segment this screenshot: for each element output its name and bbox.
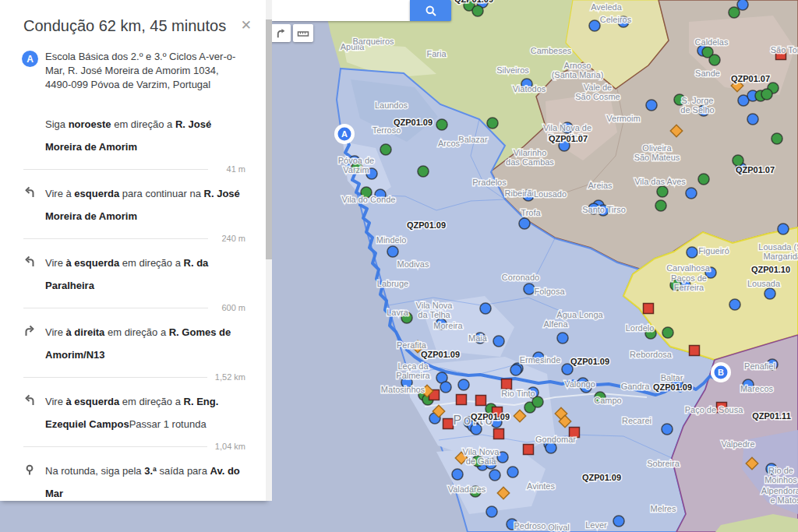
- marker-blue-circle[interactable]: [489, 470, 500, 481]
- direction-step[interactable]: Siga noroeste em direção a R. José Morei…: [0, 107, 266, 177]
- marker-green-circle[interactable]: [436, 119, 447, 130]
- origin-waypoint[interactable]: A Escola Básica dos 2.º e 3.º Ciclos A-v…: [0, 41, 266, 100]
- step-distance-row: 1,04 km: [23, 437, 245, 454]
- marker-blue-circle[interactable]: [440, 382, 451, 393]
- map-place-label: Vila do Conde: [342, 195, 396, 204]
- marker-blue-circle[interactable]: [662, 424, 673, 435]
- marker-blue-circle[interactable]: [557, 333, 568, 344]
- marker-red-square[interactable]: [443, 419, 454, 429]
- marker-blue-circle[interactable]: [778, 224, 789, 234]
- close-icon[interactable]: ✕: [241, 19, 252, 32]
- marker-blue-circle[interactable]: [524, 284, 535, 294]
- marker-green-circle[interactable]: [761, 89, 772, 100]
- direction-step[interactable]: Vire à direita em direção a R. Gomes de …: [0, 315, 266, 385]
- step-instruction: Vire à esquerda em direção a R. Eng. Eze…: [45, 390, 245, 435]
- marker-blue-circle[interactable]: [686, 188, 697, 199]
- marker-green-circle[interactable]: [380, 144, 391, 155]
- marker-red-square[interactable]: [644, 304, 654, 314]
- marker-blue-circle[interactable]: [646, 100, 657, 111]
- marker-red-square[interactable]: [524, 445, 534, 455]
- map-place-label: Lousada (StaMargarida): [758, 242, 798, 261]
- marker-blue-circle[interactable]: [764, 288, 775, 299]
- marker-red-square[interactable]: [476, 396, 486, 406]
- marker-green-circle[interactable]: [418, 166, 429, 177]
- marker-blue-circle[interactable]: [480, 303, 491, 314]
- marker-blue-circle[interactable]: [589, 20, 600, 31]
- zone-label: QZP01.07: [736, 165, 775, 174]
- map-place-label: Vila Novada Telha: [416, 301, 454, 319]
- map-place-label: Lousada: [747, 279, 781, 288]
- step-distance: 1,52 km: [215, 372, 245, 382]
- direction-step[interactable]: Vire à esquerda em direção a R. da Paral…: [0, 246, 266, 315]
- marker-blue-circle[interactable]: [486, 506, 497, 517]
- map-place-label: Modivas: [397, 259, 429, 269]
- map-place-label: Avintes: [527, 481, 555, 491]
- directions-title: Condução 62 km, 45 minutos: [23, 16, 241, 36]
- direction-step[interactable]: Na rotunda, siga pela 3.ª saída para Av.…: [0, 454, 266, 501]
- map-place-label: Faria: [426, 49, 447, 58]
- panel-scrollbar-thumb[interactable]: [266, 19, 272, 259]
- map-place-label: S. Jorgede Selho: [680, 96, 714, 115]
- step-distance-row: 240 m: [23, 229, 245, 246]
- panel-scrollbar-track[interactable]: [266, 0, 272, 501]
- marker-blue-circle[interactable]: [546, 442, 556, 453]
- marker-blue-circle[interactable]: [729, 299, 740, 310]
- map-place-label: Caldelas: [695, 37, 729, 47]
- marker-blue-circle[interactable]: [458, 379, 469, 390]
- step-instruction: Vire à esquerda para continuar na R. Jos…: [45, 182, 245, 227]
- marker-blue-circle[interactable]: [687, 247, 697, 258]
- marker-green-circle[interactable]: [657, 186, 668, 197]
- marker-green-circle[interactable]: [709, 55, 720, 65]
- marker-green-circle[interactable]: [733, 155, 743, 166]
- marker-green-circle[interactable]: [698, 174, 709, 185]
- zone-label: QZP01.09: [421, 350, 460, 359]
- marker-green-circle[interactable]: [772, 133, 782, 144]
- marker-blue-circle[interactable]: [747, 114, 758, 125]
- marker-green-circle[interactable]: [532, 396, 543, 407]
- map-place-label: Gondomar: [535, 435, 576, 444]
- map-place-label: Lousado: [534, 189, 567, 199]
- marker-green-circle[interactable]: [655, 200, 666, 211]
- measure-button[interactable]: [293, 24, 313, 42]
- step-distance-row: 600 m: [23, 298, 245, 315]
- search-input[interactable]: [272, 0, 410, 21]
- marker-blue-circle[interactable]: [452, 469, 463, 480]
- turn-left-icon: [23, 390, 45, 435]
- direction-step[interactable]: Vire à esquerda em direção a R. Eng. Eze…: [0, 385, 266, 454]
- marker-blue-circle[interactable]: [507, 467, 518, 477]
- search-bar: [272, 0, 451, 21]
- add-directions-button[interactable]: [270, 24, 291, 42]
- marker-blue-circle[interactable]: [737, 0, 748, 10]
- map-place-label: Sobreira: [647, 459, 680, 468]
- map-place-label: Melres: [650, 504, 676, 513]
- waypoint-pin-b[interactable]: B: [711, 362, 731, 382]
- marker-blue-circle[interactable]: [387, 246, 398, 257]
- marker-green-circle[interactable]: [472, 5, 483, 16]
- marker-blue-circle[interactable]: [493, 336, 504, 347]
- map-place-label: Vila das Aves: [634, 177, 686, 186]
- map-place-label: Vermoim: [606, 114, 640, 123]
- marker-red-square[interactable]: [690, 346, 700, 356]
- map-place-label: Olival: [548, 523, 570, 532]
- marker-red-square[interactable]: [502, 379, 512, 389]
- map-place-label: Labruge: [377, 279, 408, 288]
- step-distance: 1,04 km: [215, 442, 245, 451]
- marker-blue-circle[interactable]: [613, 516, 624, 527]
- direction-step[interactable]: Vire à esquerda para continuar na R. Jos…: [0, 177, 266, 246]
- marker-blue-circle[interactable]: [510, 365, 521, 375]
- marker-green-circle[interactable]: [487, 118, 498, 129]
- search-button[interactable]: [410, 0, 451, 21]
- map-place-label: Pradelos: [472, 178, 507, 187]
- map-place-label: Marecos: [740, 384, 774, 393]
- waypoint-pin-a[interactable]: A: [334, 124, 355, 144]
- map-place-label: São Torcato: [771, 45, 798, 55]
- marker-green-circle[interactable]: [729, 7, 740, 18]
- marker-blue-circle[interactable]: [519, 218, 530, 229]
- zone-label: QZP01.09: [471, 412, 510, 421]
- marker-green-circle[interactable]: [662, 327, 673, 338]
- marker-red-square[interactable]: [457, 395, 467, 405]
- waypoint-a-pin: A: [22, 51, 38, 67]
- map-place-label: Gandra: [621, 382, 651, 391]
- step-distance: 240 m: [216, 234, 245, 243]
- marker-red-square[interactable]: [494, 429, 504, 439]
